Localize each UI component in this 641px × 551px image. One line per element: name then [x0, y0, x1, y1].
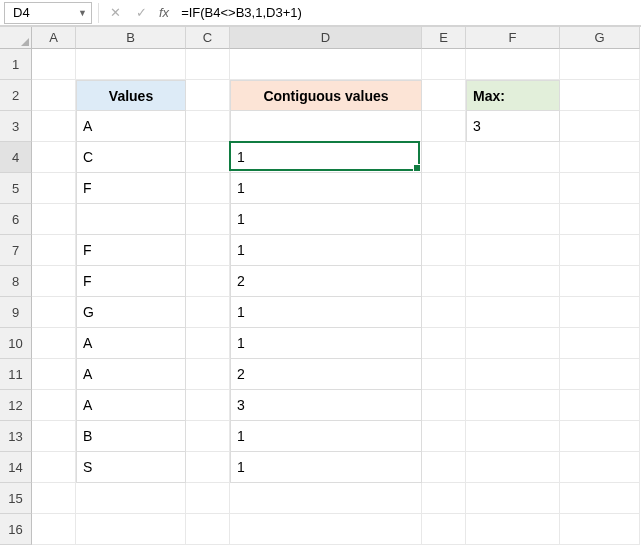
- cell[interactable]: [422, 297, 466, 328]
- cell-b14[interactable]: S: [76, 452, 186, 483]
- cell[interactable]: [422, 235, 466, 266]
- cell[interactable]: [32, 111, 76, 142]
- header-contiguous[interactable]: Contiguous values: [230, 80, 422, 111]
- cell[interactable]: [186, 328, 230, 359]
- cell[interactable]: [466, 421, 560, 452]
- cell[interactable]: [560, 49, 640, 80]
- cell[interactable]: [422, 514, 466, 545]
- formula-input[interactable]: [177, 3, 637, 23]
- cell-d3[interactable]: [230, 111, 422, 142]
- cell[interactable]: [560, 483, 640, 514]
- cell[interactable]: [32, 204, 76, 235]
- cell-d10[interactable]: 1: [230, 328, 422, 359]
- cell-b8[interactable]: F: [76, 266, 186, 297]
- row-header[interactable]: 14: [0, 452, 32, 483]
- cell-d6[interactable]: 1: [230, 204, 422, 235]
- cell[interactable]: [32, 514, 76, 545]
- cell[interactable]: [186, 266, 230, 297]
- cell[interactable]: [560, 80, 640, 111]
- row-header[interactable]: 5: [0, 173, 32, 204]
- col-header-c[interactable]: C: [186, 27, 230, 49]
- cell[interactable]: [32, 452, 76, 483]
- chevron-down-icon[interactable]: ▼: [78, 8, 87, 18]
- col-header-f[interactable]: F: [466, 27, 560, 49]
- cell[interactable]: [186, 483, 230, 514]
- row-header[interactable]: 13: [0, 421, 32, 452]
- cell[interactable]: [422, 390, 466, 421]
- row-header[interactable]: 1: [0, 49, 32, 80]
- cell[interactable]: [422, 204, 466, 235]
- cell[interactable]: [560, 173, 640, 204]
- cell-d11[interactable]: 2: [230, 359, 422, 390]
- row-header[interactable]: 6: [0, 204, 32, 235]
- cell[interactable]: [186, 359, 230, 390]
- cell[interactable]: [560, 297, 640, 328]
- cell-d14[interactable]: 1: [230, 452, 422, 483]
- cell[interactable]: [466, 483, 560, 514]
- cell[interactable]: [560, 421, 640, 452]
- cell[interactable]: [466, 266, 560, 297]
- cell[interactable]: [466, 297, 560, 328]
- select-all-corner[interactable]: [0, 27, 32, 49]
- row-header[interactable]: 3: [0, 111, 32, 142]
- cell[interactable]: [32, 359, 76, 390]
- cell[interactable]: [466, 514, 560, 545]
- cell[interactable]: [422, 266, 466, 297]
- cell[interactable]: [32, 80, 76, 111]
- cell[interactable]: [186, 514, 230, 545]
- cell[interactable]: [560, 204, 640, 235]
- cell-b12[interactable]: A: [76, 390, 186, 421]
- cell[interactable]: [466, 173, 560, 204]
- row-header[interactable]: 4: [0, 142, 32, 173]
- cell-b3[interactable]: A: [76, 111, 186, 142]
- cell[interactable]: [466, 204, 560, 235]
- confirm-icon[interactable]: ✓: [131, 3, 151, 23]
- cancel-icon[interactable]: ✕: [105, 3, 125, 23]
- cell[interactable]: [466, 142, 560, 173]
- cell[interactable]: [32, 297, 76, 328]
- row-header[interactable]: 7: [0, 235, 32, 266]
- cell-b6[interactable]: [76, 204, 186, 235]
- col-header-e[interactable]: E: [422, 27, 466, 49]
- cell[interactable]: [560, 328, 640, 359]
- cell[interactable]: [466, 235, 560, 266]
- cell-b13[interactable]: B: [76, 421, 186, 452]
- cell[interactable]: [32, 483, 76, 514]
- cell-b5[interactable]: F: [76, 173, 186, 204]
- cell[interactable]: [230, 483, 422, 514]
- name-box[interactable]: D4 ▼: [4, 2, 92, 24]
- cell-d5[interactable]: 1: [230, 173, 422, 204]
- cell[interactable]: [230, 514, 422, 545]
- cell-d4[interactable]: 1: [230, 142, 422, 173]
- cell[interactable]: [32, 235, 76, 266]
- cell-f3[interactable]: 3: [466, 111, 560, 142]
- cell[interactable]: [186, 49, 230, 80]
- cell[interactable]: [76, 49, 186, 80]
- cell[interactable]: [422, 359, 466, 390]
- cell[interactable]: [32, 173, 76, 204]
- cell-b9[interactable]: G: [76, 297, 186, 328]
- cell[interactable]: [560, 514, 640, 545]
- cell[interactable]: [560, 142, 640, 173]
- cell[interactable]: [186, 235, 230, 266]
- cell[interactable]: [422, 328, 466, 359]
- cell[interactable]: [422, 80, 466, 111]
- cell[interactable]: [76, 483, 186, 514]
- cell[interactable]: [422, 483, 466, 514]
- cell[interactable]: [466, 390, 560, 421]
- cell[interactable]: [32, 142, 76, 173]
- cell[interactable]: [422, 142, 466, 173]
- cell[interactable]: [186, 80, 230, 111]
- spreadsheet-grid[interactable]: A B C D E F G 1 2 Values Contiguous valu…: [0, 26, 641, 545]
- cell[interactable]: [466, 49, 560, 80]
- row-header[interactable]: 12: [0, 390, 32, 421]
- cell[interactable]: [560, 266, 640, 297]
- cell[interactable]: [32, 49, 76, 80]
- cell[interactable]: [186, 204, 230, 235]
- row-header[interactable]: 10: [0, 328, 32, 359]
- cell[interactable]: [560, 235, 640, 266]
- cell[interactable]: [32, 421, 76, 452]
- cell[interactable]: [186, 421, 230, 452]
- cell[interactable]: [32, 328, 76, 359]
- cell[interactable]: [186, 452, 230, 483]
